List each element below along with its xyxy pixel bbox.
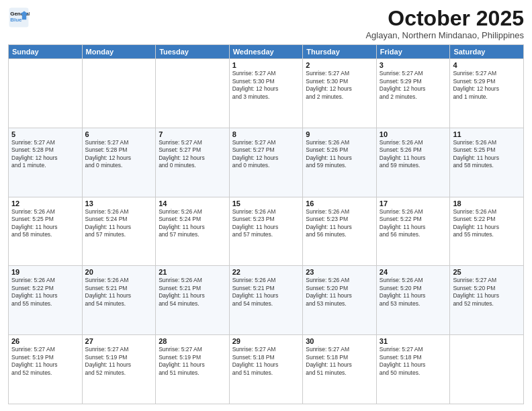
day-info: Sunrise: 5:27 AM Sunset: 5:27 PM Dayligh… (232, 139, 300, 170)
calendar-week-row: 12Sunrise: 5:26 AM Sunset: 5:25 PM Dayli… (9, 197, 524, 266)
day-number: 28 (159, 337, 226, 345)
table-row: 14Sunrise: 5:26 AM Sunset: 5:24 PM Dayli… (156, 197, 230, 266)
table-row: 8Sunrise: 5:27 AM Sunset: 5:27 PM Daylig… (229, 128, 303, 197)
day-number: 11 (453, 130, 521, 138)
day-number: 7 (159, 130, 226, 138)
day-info: Sunrise: 5:26 AM Sunset: 5:21 PM Dayligh… (232, 277, 300, 308)
day-info: Sunrise: 5:27 AM Sunset: 5:20 PM Dayligh… (453, 277, 521, 308)
col-wednesday: Wednesday (229, 45, 303, 59)
day-info: Sunrise: 5:27 AM Sunset: 5:18 PM Dayligh… (306, 346, 373, 377)
day-number: 26 (11, 337, 79, 345)
day-info: Sunrise: 5:27 AM Sunset: 5:30 PM Dayligh… (306, 70, 373, 101)
table-row: 23Sunrise: 5:26 AM Sunset: 5:20 PM Dayli… (303, 266, 377, 335)
day-number: 31 (380, 337, 447, 345)
day-info: Sunrise: 5:27 AM Sunset: 5:29 PM Dayligh… (380, 70, 447, 101)
table-row: 28Sunrise: 5:27 AM Sunset: 5:19 PM Dayli… (156, 335, 230, 404)
col-saturday: Saturday (450, 45, 524, 59)
calendar-week-row: 1Sunrise: 5:27 AM Sunset: 5:30 PM Daylig… (9, 59, 524, 128)
day-number: 8 (232, 130, 300, 138)
month-title: October 2025 (365, 7, 524, 30)
table-row (82, 59, 156, 128)
day-info: Sunrise: 5:26 AM Sunset: 5:26 PM Dayligh… (380, 139, 447, 170)
day-info: Sunrise: 5:27 AM Sunset: 5:28 PM Dayligh… (85, 139, 153, 170)
table-row: 27Sunrise: 5:27 AM Sunset: 5:19 PM Dayli… (82, 335, 156, 404)
table-row: 6Sunrise: 5:27 AM Sunset: 5:28 PM Daylig… (82, 128, 156, 197)
day-info: Sunrise: 5:26 AM Sunset: 5:22 PM Dayligh… (11, 277, 79, 308)
day-info: Sunrise: 5:27 AM Sunset: 5:19 PM Dayligh… (159, 346, 226, 377)
calendar-table: Sunday Monday Tuesday Wednesday Thursday… (8, 44, 524, 404)
day-info: Sunrise: 5:26 AM Sunset: 5:21 PM Dayligh… (159, 277, 226, 308)
day-info: Sunrise: 5:26 AM Sunset: 5:24 PM Dayligh… (159, 208, 226, 239)
day-info: Sunrise: 5:27 AM Sunset: 5:18 PM Dayligh… (232, 346, 300, 377)
day-number: 29 (232, 337, 300, 345)
logo-icon: General Blue (8, 7, 30, 28)
table-row: 17Sunrise: 5:26 AM Sunset: 5:22 PM Dayli… (376, 197, 450, 266)
table-row: 18Sunrise: 5:26 AM Sunset: 5:22 PM Dayli… (450, 197, 524, 266)
table-row: 26Sunrise: 5:27 AM Sunset: 5:19 PM Dayli… (9, 335, 83, 404)
day-number: 6 (85, 130, 153, 138)
table-row: 16Sunrise: 5:26 AM Sunset: 5:23 PM Dayli… (303, 197, 377, 266)
day-number: 25 (453, 268, 521, 276)
col-monday: Monday (82, 45, 156, 59)
table-row: 10Sunrise: 5:26 AM Sunset: 5:26 PM Dayli… (376, 128, 450, 197)
day-number: 27 (85, 337, 153, 345)
table-row: 1Sunrise: 5:27 AM Sunset: 5:30 PM Daylig… (229, 59, 303, 128)
col-friday: Friday (376, 45, 450, 59)
day-info: Sunrise: 5:26 AM Sunset: 5:26 PM Dayligh… (306, 139, 373, 170)
table-row: 4Sunrise: 5:27 AM Sunset: 5:29 PM Daylig… (450, 59, 524, 128)
day-number: 9 (306, 130, 373, 138)
col-thursday: Thursday (303, 45, 377, 59)
table-row: 12Sunrise: 5:26 AM Sunset: 5:25 PM Dayli… (9, 197, 83, 266)
table-row: 7Sunrise: 5:27 AM Sunset: 5:27 PM Daylig… (156, 128, 230, 197)
table-row: 9Sunrise: 5:26 AM Sunset: 5:26 PM Daylig… (303, 128, 377, 197)
day-info: Sunrise: 5:27 AM Sunset: 5:29 PM Dayligh… (453, 70, 521, 101)
table-row: 3Sunrise: 5:27 AM Sunset: 5:29 PM Daylig… (376, 59, 450, 128)
day-number: 15 (232, 199, 300, 208)
calendar-week-row: 5Sunrise: 5:27 AM Sunset: 5:28 PM Daylig… (9, 128, 524, 197)
day-number: 24 (380, 268, 447, 276)
day-info: Sunrise: 5:26 AM Sunset: 5:23 PM Dayligh… (306, 208, 373, 239)
table-row: 30Sunrise: 5:27 AM Sunset: 5:18 PM Dayli… (303, 335, 377, 404)
day-info: Sunrise: 5:26 AM Sunset: 5:20 PM Dayligh… (380, 277, 447, 308)
table-row: 22Sunrise: 5:26 AM Sunset: 5:21 PM Dayli… (229, 266, 303, 335)
svg-text:Blue: Blue (10, 17, 22, 23)
location: Aglayan, Northern Mindanao, Philippines (365, 30, 524, 40)
title-block: October 2025 Aglayan, Northern Mindanao,… (365, 7, 524, 40)
calendar-header-row: Sunday Monday Tuesday Wednesday Thursday… (9, 45, 524, 59)
day-info: Sunrise: 5:26 AM Sunset: 5:22 PM Dayligh… (453, 208, 521, 239)
day-number: 13 (85, 199, 153, 208)
table-row: 31Sunrise: 5:27 AM Sunset: 5:18 PM Dayli… (376, 335, 450, 404)
table-row: 21Sunrise: 5:26 AM Sunset: 5:21 PM Dayli… (156, 266, 230, 335)
calendar-week-row: 26Sunrise: 5:27 AM Sunset: 5:19 PM Dayli… (9, 335, 524, 404)
table-row: 24Sunrise: 5:26 AM Sunset: 5:20 PM Dayli… (376, 266, 450, 335)
day-info: Sunrise: 5:26 AM Sunset: 5:23 PM Dayligh… (232, 208, 300, 239)
day-info: Sunrise: 5:27 AM Sunset: 5:28 PM Dayligh… (11, 139, 79, 170)
page: General Blue October 2025 Aglayan, North… (0, 0, 532, 411)
table-row (156, 59, 230, 128)
table-row: 19Sunrise: 5:26 AM Sunset: 5:22 PM Dayli… (9, 266, 83, 335)
day-info: Sunrise: 5:26 AM Sunset: 5:22 PM Dayligh… (380, 208, 447, 239)
day-number: 5 (11, 130, 79, 138)
day-info: Sunrise: 5:27 AM Sunset: 5:19 PM Dayligh… (11, 346, 79, 377)
table-row: 2Sunrise: 5:27 AM Sunset: 5:30 PM Daylig… (303, 59, 377, 128)
day-number: 4 (453, 61, 521, 69)
day-info: Sunrise: 5:27 AM Sunset: 5:19 PM Dayligh… (85, 346, 153, 377)
col-sunday: Sunday (9, 45, 83, 59)
day-number: 16 (306, 199, 373, 208)
day-number: 17 (380, 199, 447, 208)
day-number: 23 (306, 268, 373, 276)
table-row: 11Sunrise: 5:26 AM Sunset: 5:25 PM Dayli… (450, 128, 524, 197)
table-row (450, 335, 524, 404)
table-row: 5Sunrise: 5:27 AM Sunset: 5:28 PM Daylig… (9, 128, 83, 197)
day-info: Sunrise: 5:27 AM Sunset: 5:27 PM Dayligh… (159, 139, 226, 170)
day-number: 21 (159, 268, 226, 276)
table-row: 25Sunrise: 5:27 AM Sunset: 5:20 PM Dayli… (450, 266, 524, 335)
day-number: 2 (306, 61, 373, 69)
day-number: 19 (11, 268, 79, 276)
day-info: Sunrise: 5:26 AM Sunset: 5:20 PM Dayligh… (306, 277, 373, 308)
table-row: 13Sunrise: 5:26 AM Sunset: 5:24 PM Dayli… (82, 197, 156, 266)
day-number: 3 (380, 61, 447, 69)
day-number: 18 (453, 199, 521, 208)
day-number: 1 (232, 61, 300, 69)
table-row: 29Sunrise: 5:27 AM Sunset: 5:18 PM Dayli… (229, 335, 303, 404)
